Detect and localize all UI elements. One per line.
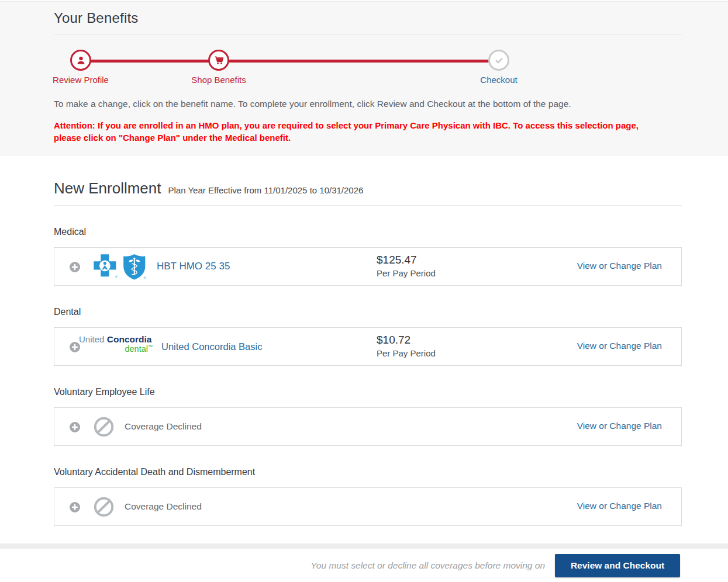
section-label: Dental — [54, 307, 682, 317]
benefit-row-dental: United Concordia dental™ United Concordi… — [54, 327, 682, 366]
benefits-header: Your Benefits Review Profile — [0, 2, 728, 155]
attention-text: Attention: If you are enrolled in an HMO… — [54, 120, 650, 144]
expand-plus-icon[interactable] — [70, 502, 80, 512]
declined-icon — [93, 496, 115, 518]
view-or-change-plan-link[interactable]: View or Change Plan — [577, 341, 662, 351]
uc-logo-united: United — [79, 334, 104, 344]
uc-logo-concordia: Concordia — [107, 334, 152, 344]
plan-price: $125.47 — [377, 254, 436, 266]
person-icon — [70, 50, 91, 71]
check-icon — [488, 50, 509, 71]
section-label: Voluntary Accidental Death and Dismember… — [54, 467, 682, 477]
declined-icon — [93, 416, 115, 438]
svg-text:®: ® — [144, 276, 146, 280]
price-caption: Per Pay Period — [377, 348, 436, 358]
view-or-change-plan-link[interactable]: View or Change Plan — [577, 261, 662, 271]
price-block: $125.47 Per Pay Period — [377, 254, 436, 278]
benefit-section-voluntary-life: Voluntary Employee Life Coverage Decline… — [54, 387, 682, 446]
instructions-text: To make a change, click on the benefit n… — [54, 99, 682, 109]
step-label: Checkout — [480, 75, 517, 85]
new-enrollment-panel: New Enrollment Plan Year Effective from … — [0, 155, 728, 526]
view-or-change-plan-link[interactable]: View or Change Plan — [577, 501, 662, 511]
plan-price: $10.72 — [377, 334, 436, 347]
uc-logo-tm: ™ — [148, 344, 153, 349]
benefit-row-medical: ® ® HBT HMO 25 35 $125.47 Per Pay Period… — [54, 247, 682, 286]
bcbs-logo: ® ® — [93, 254, 147, 280]
plan-name-link[interactable]: United Concordia Basic — [161, 341, 262, 352]
expand-plus-icon[interactable] — [70, 262, 80, 272]
checkout-footer: You must select or decline all coverages… — [0, 543, 728, 582]
footer-notice-text: You must select or decline all coverages… — [310, 560, 545, 571]
step-shop-benefits[interactable]: Shop Benefits — [154, 50, 283, 85]
svg-text:®: ® — [115, 275, 118, 279]
plan-year-text: Plan Year Effective from 11/01/2025 to 1… — [168, 185, 364, 195]
step-checkout[interactable]: Checkout — [434, 50, 563, 85]
cart-icon — [208, 50, 229, 71]
step-review-profile[interactable]: Review Profile — [16, 50, 145, 85]
page-title: Your Benefits — [54, 10, 682, 26]
benefit-section-medical: Medical ® ® HBT HMO 25 35 — [54, 227, 682, 286]
price-block: $10.72 Per Pay Period — [377, 334, 436, 358]
review-and-checkout-button[interactable]: Review and Checkout — [555, 554, 680, 577]
expand-plus-icon[interactable] — [70, 422, 80, 432]
benefit-section-dental: Dental United Concordia dental™ United C… — [54, 307, 682, 366]
coverage-status-text: Coverage Declined — [125, 421, 202, 432]
coverage-status-text: Coverage Declined — [125, 501, 202, 512]
step-label: Shop Benefits — [191, 75, 246, 85]
benefit-section-voluntary-add: Voluntary Accidental Death and Dismember… — [54, 467, 682, 526]
view-or-change-plan-link[interactable]: View or Change Plan — [577, 421, 662, 431]
united-concordia-logo: United Concordia dental™ — [79, 335, 155, 354]
step-label: Review Profile — [53, 75, 109, 85]
title-divider — [54, 34, 682, 34]
enrollment-divider — [54, 205, 682, 206]
section-label: Medical — [54, 227, 682, 237]
benefit-row-voluntary-add: Coverage Declined View or Change Plan — [54, 487, 682, 526]
enrollment-title: New Enrollment — [54, 179, 161, 198]
uc-logo-dental: dental — [125, 344, 148, 354]
benefit-row-voluntary-life: Coverage Declined View or Change Plan — [54, 407, 682, 446]
price-caption: Per Pay Period — [377, 268, 436, 278]
plan-name-link[interactable]: HBT HMO 25 35 — [157, 261, 230, 272]
progress-stepper: Review Profile Shop Benefits Checkout — [54, 40, 682, 92]
section-label: Voluntary Employee Life — [54, 387, 682, 397]
enrollment-heading: New Enrollment Plan Year Effective from … — [54, 179, 682, 198]
